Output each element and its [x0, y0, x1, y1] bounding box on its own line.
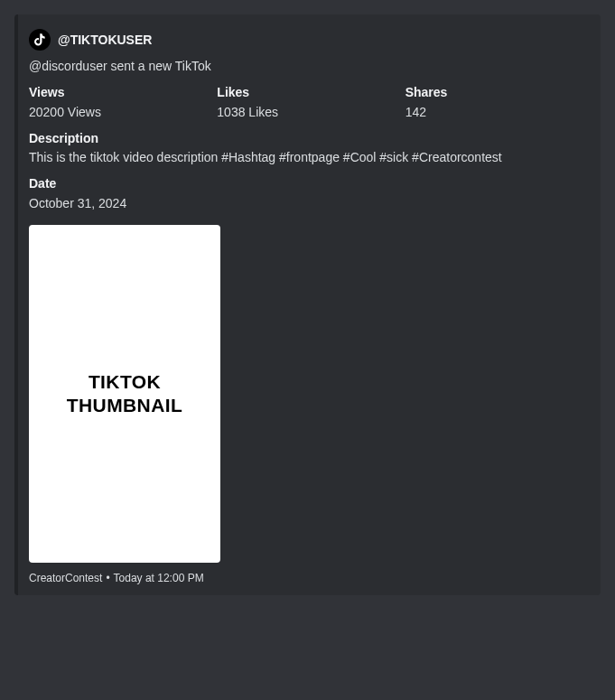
embed-fields-row1: Views 20200 Views Likes 1038 Likes Share… [29, 84, 586, 121]
embed-thumbnail[interactable]: TIKTOK THUMBNAIL [29, 225, 586, 563]
field-views-name: Views [29, 84, 210, 101]
field-date-value: October 31, 2024 [29, 195, 586, 212]
field-shares: Shares 142 [405, 84, 586, 121]
embed-fields-row2: Description This is the tiktok video des… [29, 130, 586, 167]
embed-fields-row3: Date October 31, 2024 [29, 175, 586, 212]
embed-description: @discorduser sent a new TikTok [29, 58, 586, 75]
field-description: Description This is the tiktok video des… [29, 130, 586, 167]
field-shares-name: Shares [405, 84, 586, 101]
field-likes-value: 1038 Likes [217, 104, 397, 121]
footer-timestamp: Today at 12:00 PM [114, 572, 204, 584]
author-name[interactable]: @TIKTOKUSER [58, 33, 152, 47]
thumbnail-line1: TIKTOK [89, 371, 161, 392]
field-date-name: Date [29, 175, 586, 192]
field-shares-value: 142 [405, 104, 586, 121]
field-date: Date October 31, 2024 [29, 175, 586, 212]
embed-footer: CreatorContest • Today at 12:00 PM [29, 572, 586, 584]
footer-separator: • [106, 572, 109, 584]
field-description-value: This is the tiktok video description #Ha… [29, 149, 586, 166]
field-likes-name: Likes [217, 84, 397, 101]
thumbnail-placeholder: TIKTOK THUMBNAIL [29, 225, 220, 563]
thumbnail-text: TIKTOK THUMBNAIL [67, 370, 182, 418]
tiktok-icon [29, 29, 51, 51]
thumbnail-line2: THUMBNAIL [67, 395, 182, 415]
embed-author[interactable]: @TIKTOKUSER [29, 29, 586, 51]
field-likes: Likes 1038 Likes [217, 84, 397, 121]
field-views-value: 20200 Views [29, 104, 210, 121]
field-views: Views 20200 Views [29, 84, 210, 121]
discord-embed: @TIKTOKUSER @discorduser sent a new TikT… [14, 14, 601, 595]
field-description-name: Description [29, 130, 586, 147]
footer-text: CreatorContest [29, 572, 102, 584]
